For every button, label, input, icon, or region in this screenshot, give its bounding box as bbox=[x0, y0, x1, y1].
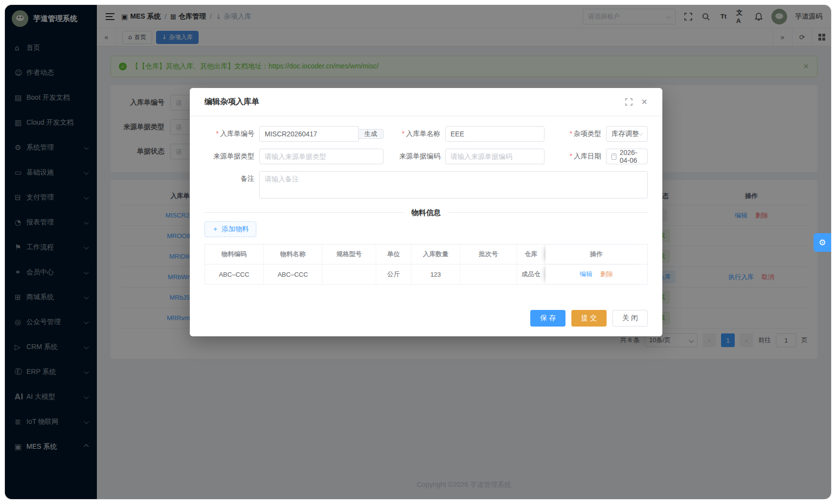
modal-header: 编辑杂项入库单 ✕ bbox=[190, 88, 662, 116]
mat-col-code: 物料编码 bbox=[205, 244, 264, 264]
mat-unit: 公斤 bbox=[376, 264, 411, 284]
remark-textarea[interactable] bbox=[259, 171, 648, 198]
mat-col-qty: 入库数量 bbox=[411, 244, 460, 264]
mat-name: ABC–CCC bbox=[264, 264, 322, 284]
save-button[interactable]: 保 存 bbox=[530, 310, 565, 327]
mat-col-batch: 批次号 bbox=[460, 244, 517, 264]
field-label-source-code: 来源单据编码 bbox=[390, 152, 445, 161]
order-form: 入库单编号 生成 入库单名称 杂项类型 库存调整 bbox=[204, 126, 648, 164]
modal-body: 入库单编号 生成 入库单名称 杂项类型 库存调整 bbox=[190, 116, 662, 302]
mat-col-unit: 单位 bbox=[376, 244, 411, 264]
delete-material-link[interactable]: 删除 bbox=[600, 270, 613, 279]
fullscreen-icon[interactable] bbox=[625, 98, 633, 106]
material-row: ABC–CCC ABC–CCC 公斤 123 成品仓 编辑 删除 bbox=[205, 264, 647, 285]
mat-col-name: 物料名称 bbox=[264, 244, 322, 264]
material-section-title: 物料信息 bbox=[404, 208, 449, 218]
mat-warehouse: 成品仓 bbox=[517, 264, 545, 284]
field-label-misc-type: 杂项类型 bbox=[551, 130, 606, 138]
mat-code: ABC–CCC bbox=[205, 264, 264, 284]
material-table: 物料编码 物料名称 规格型号 单位 入库数量 批次号 仓库 操作 ABC–CCC… bbox=[204, 244, 648, 285]
edit-material-link[interactable]: 编辑 bbox=[580, 270, 592, 279]
theme-settings-button[interactable]: ⚙ bbox=[813, 233, 831, 252]
field-label-in-date: 入库日期 bbox=[551, 152, 606, 161]
chevron-down-icon bbox=[638, 131, 643, 136]
field-label-remark: 备注 bbox=[204, 171, 259, 198]
order-name-input[interactable] bbox=[445, 126, 544, 142]
modal-title: 编辑杂项入库单 bbox=[204, 97, 259, 107]
misc-type-select[interactable]: 库存调整 bbox=[606, 126, 648, 142]
order-no-input[interactable] bbox=[259, 126, 359, 142]
mat-batch bbox=[460, 264, 517, 284]
plus-icon: ＋ bbox=[212, 225, 219, 234]
material-section-divider: 物料信息 bbox=[204, 212, 648, 213]
mat-col-spec: 规格型号 bbox=[322, 244, 376, 264]
add-material-button[interactable]: ＋ 添加物料 bbox=[204, 221, 256, 237]
generate-button[interactable]: 生成 bbox=[359, 129, 384, 139]
mat-col-warehouse: 仓库 bbox=[517, 244, 545, 264]
mat-col-action: 操作 bbox=[545, 244, 647, 264]
source-code-input[interactable] bbox=[445, 149, 544, 164]
field-label-source-type: 来源单据类型 bbox=[204, 152, 259, 161]
gear-icon: ⚙ bbox=[818, 238, 826, 247]
in-date-picker[interactable]: 2026-04-06 bbox=[606, 149, 648, 164]
mat-qty: 123 bbox=[411, 264, 460, 284]
modal-footer: 保 存 提 交 关 闭 bbox=[190, 302, 662, 336]
remark-row: 备注 bbox=[204, 171, 648, 198]
edit-misc-in-modal: 编辑杂项入库单 ✕ 入库单编号 生成 入库单名称 bbox=[190, 88, 662, 336]
field-label-order-name: 入库单名称 bbox=[390, 130, 445, 138]
close-button[interactable]: 关 闭 bbox=[612, 310, 648, 327]
submit-button[interactable]: 提 交 bbox=[571, 310, 607, 327]
source-type-input[interactable] bbox=[259, 149, 384, 164]
close-icon[interactable]: ✕ bbox=[641, 97, 648, 107]
calendar-icon bbox=[611, 153, 616, 160]
field-label-order-no: 入库单编号 bbox=[204, 130, 259, 138]
app-window: 芋道管理系统 ⌂首页 ☺作者动态 ▤Boot 开发文档 ▥Cloud 开发文档 … bbox=[5, 5, 831, 499]
mat-spec bbox=[322, 264, 376, 284]
